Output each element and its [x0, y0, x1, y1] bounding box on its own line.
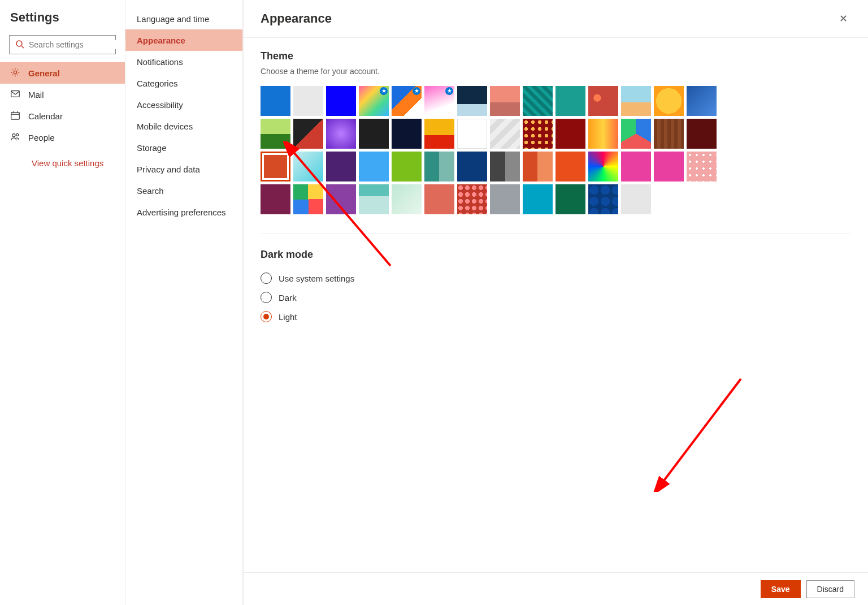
theme-swatch-star[interactable]	[654, 86, 684, 116]
theme-swatch-mint-poly[interactable]	[392, 184, 422, 214]
theme-swatch-blue[interactable]	[261, 86, 290, 116]
theme-swatch-red-dots[interactable]	[523, 119, 553, 149]
radio-icon	[261, 311, 272, 322]
radio-icon	[261, 292, 272, 303]
radio-label: Light	[279, 312, 297, 322]
save-button[interactable]: Save	[761, 580, 801, 598]
sub-nav-item-cat[interactable]: Categories	[125, 72, 242, 94]
theme-swatch-circuits[interactable]	[523, 86, 553, 116]
left-nav-item-calendar[interactable]: Calendar	[0, 105, 125, 127]
theme-swatch-coral[interactable]	[424, 184, 454, 214]
discard-button[interactable]: Discard	[806, 580, 854, 598]
theme-swatch-plum[interactable]	[261, 184, 290, 214]
theme-swatch-red-eyes[interactable]	[588, 86, 618, 116]
theme-swatch-navy[interactable]	[457, 152, 487, 182]
sub-nav-item-ads[interactable]: Advertising preferences	[125, 201, 242, 223]
theme-grid: ★★★	[261, 86, 851, 214]
theme-swatch-deep-purple[interactable]	[326, 152, 356, 182]
theme-swatch-magenta[interactable]	[621, 152, 651, 182]
theme-swatch-robot[interactable]	[359, 184, 389, 214]
search-settings-input[interactable]	[9, 35, 116, 54]
theme-swatch-beach-dark[interactable]	[457, 86, 487, 116]
left-nav-item-mail[interactable]: Mail	[0, 84, 125, 105]
sub-nav-item-lang[interactable]: Language and time	[125, 8, 242, 29]
theme-swatch-red-bubbles[interactable]	[457, 184, 487, 214]
theme-swatch-ovation[interactable]	[555, 86, 585, 116]
mail-icon	[10, 89, 20, 101]
sub-nav-item-appearance[interactable]: Appearance	[125, 29, 242, 51]
theme-swatch-confetti[interactable]	[588, 152, 618, 182]
theme-swatch-violet-glow[interactable]	[326, 119, 356, 149]
radio-label: Use system settings	[279, 274, 354, 283]
theme-swatch-rainbow[interactable]: ★	[359, 86, 389, 116]
left-nav-label: Calendar	[28, 111, 63, 121]
theme-swatch-ribbon[interactable]: ★	[392, 86, 422, 116]
radio-icon	[261, 273, 272, 284]
theme-swatch-midnight[interactable]	[392, 119, 422, 149]
theme-swatch-lime[interactable]	[392, 152, 422, 182]
theme-swatch-charcoal[interactable]	[359, 119, 389, 149]
dark-mode-option-light[interactable]: Light	[261, 307, 851, 326]
theme-swatch-paper-plane[interactable]	[490, 184, 520, 214]
theme-swatch-light-gray[interactable]	[293, 86, 323, 116]
premium-star-icon: ★	[380, 87, 388, 95]
theme-swatch-palm-sunset[interactable]	[490, 86, 520, 116]
general-icon	[10, 67, 20, 79]
svg-rect-4	[11, 112, 19, 119]
view-quick-settings-link[interactable]: View quick settings	[0, 148, 125, 168]
theme-swatch-snowflake[interactable]	[621, 184, 651, 214]
theme-swatch-lego[interactable]	[424, 119, 454, 149]
theme-swatch-purple[interactable]	[326, 184, 356, 214]
theme-swatch-pink-dots[interactable]	[687, 152, 717, 182]
theme-swatch-navy-pattern[interactable]	[588, 184, 618, 214]
theme-swatch-crayons[interactable]	[588, 119, 618, 149]
search-icon	[15, 40, 24, 50]
sub-nav-item-access[interactable]: Accessibility	[125, 94, 242, 115]
svg-point-0	[16, 41, 22, 46]
settings-left-nav: Settings GeneralMailCalendarPeople View …	[0, 0, 125, 605]
theme-swatch-meadow[interactable]	[261, 119, 290, 149]
settings-main-pane: Appearance ✕ Theme Choose a theme for yo…	[243, 0, 868, 605]
settings-sub-nav: Language and timeAppearanceNotifications…	[125, 0, 243, 605]
theme-swatch-red-tri[interactable]	[293, 119, 323, 149]
theme-swatch-chevron[interactable]	[490, 119, 520, 149]
theme-swatch-unicorn[interactable]: ★	[424, 86, 454, 116]
sub-nav-item-search[interactable]: Search	[125, 180, 242, 201]
theme-swatch-cyan[interactable]	[523, 184, 553, 214]
theme-swatch-orange-red[interactable]	[555, 152, 585, 182]
theme-swatch-dark-red[interactable]	[687, 119, 717, 149]
theme-swatch-sky-blue[interactable]	[359, 152, 389, 182]
theme-swatch-teal-poly[interactable]	[293, 152, 323, 182]
sub-nav-item-privacy[interactable]: Privacy and data	[125, 158, 242, 180]
search-settings-field[interactable]	[29, 40, 128, 49]
page-title: Appearance	[261, 11, 332, 26]
theme-swatch-royal-blue[interactable]	[326, 86, 356, 116]
theme-swatch-orange-split[interactable]	[523, 152, 553, 182]
theme-swatch-shapes[interactable]	[621, 119, 651, 149]
close-button[interactable]: ✕	[835, 10, 852, 27]
theme-swatch-forest[interactable]	[555, 184, 585, 214]
radio-label: Dark	[279, 293, 297, 302]
sub-nav-item-notif[interactable]: Notifications	[125, 51, 242, 72]
dark-mode-option-dark[interactable]: Dark	[261, 288, 851, 307]
theme-swatch-blue-glass[interactable]	[687, 86, 717, 116]
theme-swatch-cmyk-tri[interactable]	[293, 184, 323, 214]
left-nav-item-general[interactable]: General	[0, 62, 125, 84]
theme-swatch-sailboat[interactable]	[621, 86, 651, 116]
sub-nav-item-storage[interactable]: Storage	[125, 137, 242, 158]
theme-subtext: Choose a theme for your account.	[261, 67, 851, 76]
theme-swatch-orange[interactable]	[261, 152, 290, 182]
svg-point-11	[12, 133, 15, 136]
theme-swatch-wood[interactable]	[654, 119, 684, 149]
theme-swatch-maroon[interactable]	[555, 119, 585, 149]
people-icon	[10, 132, 20, 144]
theme-swatch-gray-split[interactable]	[490, 152, 520, 182]
theme-swatch-cat[interactable]	[457, 119, 487, 149]
theme-heading: Theme	[261, 50, 851, 62]
left-nav-item-people[interactable]: People	[0, 127, 125, 148]
dark-mode-option-system[interactable]: Use system settings	[261, 269, 851, 288]
theme-swatch-teal-split[interactable]	[424, 152, 454, 182]
left-nav-label: General	[28, 68, 60, 78]
sub-nav-item-mobile[interactable]: Mobile devices	[125, 115, 242, 137]
theme-swatch-hot-pink[interactable]	[654, 152, 684, 182]
